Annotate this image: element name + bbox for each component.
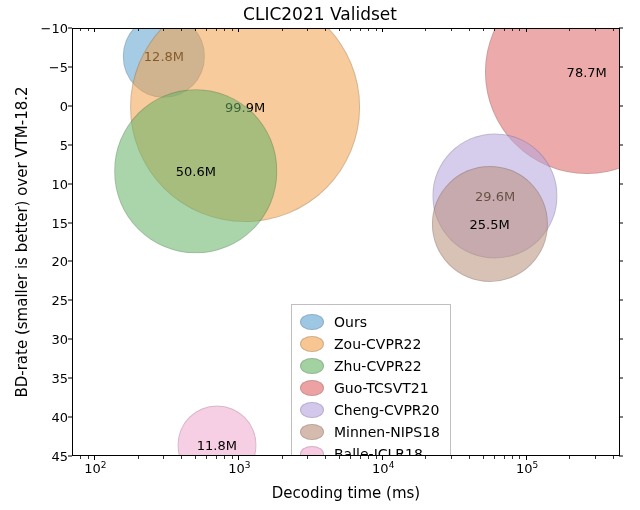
legend-label: Zou-CVPR22 xyxy=(334,336,421,352)
y-tick-label: −10 xyxy=(8,21,68,36)
y-tick-label: 0 xyxy=(8,98,68,113)
y-tick-label: 25 xyxy=(8,293,68,308)
legend-swatch xyxy=(300,336,324,352)
legend-swatch xyxy=(300,314,324,330)
legend-item: Cheng-CVPR20 xyxy=(300,399,440,421)
legend-label: Minnen-NIPS18 xyxy=(334,424,440,440)
legend-label: Zhu-CVPR22 xyxy=(334,358,422,374)
x-tick-label: 105 xyxy=(516,460,538,476)
y-tick-label: 45 xyxy=(8,449,68,464)
y-tick-label: 35 xyxy=(8,371,68,386)
x-axis-label: Decoding time (ms) xyxy=(72,484,620,502)
y-axis-label: BD-rate (smaller is better) over VTM-18.… xyxy=(12,28,32,456)
x-tick-label: 102 xyxy=(84,460,106,476)
y-tick-label: 30 xyxy=(8,332,68,347)
legend-item: Guo-TCSVT21 xyxy=(300,377,440,399)
legend: OursZou-CVPR22Zhu-CVPR22Guo-TCSVT21Cheng… xyxy=(291,304,451,456)
legend-swatch xyxy=(300,380,324,396)
legend-swatch xyxy=(300,402,324,418)
plot-area: 12.8M99.9M50.6M78.7M29.6M25.5M11.8MOursZ… xyxy=(72,28,620,456)
legend-label: Guo-TCSVT21 xyxy=(334,380,429,396)
bubble-chart: CLIC2021 Validset BD-rate (smaller is be… xyxy=(0,0,640,510)
legend-item: Zhu-CVPR22 xyxy=(300,355,440,377)
bubble-label: 11.8M xyxy=(197,438,237,453)
y-tick-label: 5 xyxy=(8,137,68,152)
y-tick-label: −5 xyxy=(8,59,68,74)
legend-label: Ours xyxy=(334,314,367,330)
legend-swatch xyxy=(300,446,324,456)
legend-swatch xyxy=(300,358,324,374)
bubble-label: 50.6M xyxy=(176,164,216,179)
legend-item: Ours xyxy=(300,311,440,333)
legend-item: Balle-ICLR18 xyxy=(300,443,440,456)
x-tick-label: 104 xyxy=(372,460,394,476)
legend-item: Minnen-NIPS18 xyxy=(300,421,440,443)
legend-label: Cheng-CVPR20 xyxy=(334,402,439,418)
x-tick-label: 103 xyxy=(228,460,250,476)
legend-swatch xyxy=(300,424,324,440)
y-tick-label: 20 xyxy=(8,254,68,269)
y-tick-label: 40 xyxy=(8,410,68,425)
y-tick-label: 10 xyxy=(8,176,68,191)
chart-title: CLIC2021 Validset xyxy=(0,4,640,24)
y-tick-label: 15 xyxy=(8,215,68,230)
legend-item: Zou-CVPR22 xyxy=(300,333,440,355)
bubble-label: 78.7M xyxy=(567,64,607,79)
bubble-label: 25.5M xyxy=(470,216,510,231)
legend-label: Balle-ICLR18 xyxy=(334,446,423,456)
